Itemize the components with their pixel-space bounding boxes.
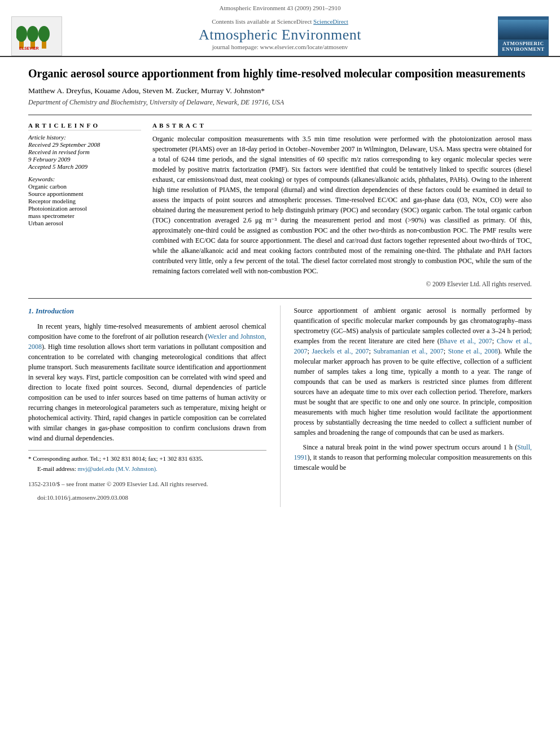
journal-homepage: journal homepage: www.elsevier.com/locat… (199, 43, 361, 54)
keyword-5: Urban aerosol (28, 220, 141, 226)
city-skyline-image (498, 20, 548, 40)
body-col-left: 1. Introduction In recent years, highly … (28, 305, 266, 507)
abstract-col: A B S T R A C T Organic molecular compos… (152, 122, 532, 289)
journal-header: Atmospheric Environment 43 (2009) 2901–2… (0, 0, 560, 57)
received-date: Received 29 September 2008 (28, 141, 141, 148)
ref-wexler-2008[interactable]: Wexler and Johnston, 2008 (28, 333, 266, 351)
elsevier-logo-block: ELSEVIER (11, 16, 62, 56)
keyword-2: Source apportionment (28, 190, 141, 197)
keyword-1: Organic carbon (28, 183, 141, 190)
article-info-col: A R T I C L E I N F O Article history: R… (28, 122, 141, 289)
journal-title-block: Contents lists available at ScienceDirec… (199, 18, 361, 54)
svg-text:ELSEVIER: ELSEVIER (19, 46, 39, 50)
footnote-section: * Corresponding author. Tel.; +1 302 831… (28, 450, 266, 474)
issn-line: 1352-2310/$ – see front matter © 2009 El… (28, 479, 266, 503)
abstract-header: A B S T R A C T (152, 122, 532, 130)
footnote-star: * Corresponding author. Tel.; +1 302 831… (28, 454, 266, 464)
intro-para-col2-2: Since a natural break point in the wind … (294, 442, 532, 473)
keyword-3: Receptor modeling (28, 198, 141, 204)
copyright-line: © 2009 Elsevier Ltd. All rights reserved… (152, 279, 532, 289)
footnote-email-link[interactable]: mvj@udel.edu (M.V. Johnston). (77, 465, 157, 472)
article-info-header: A R T I C L E I N F O (28, 122, 141, 130)
ref-bhave[interactable]: Bhave et al., 2007 (440, 337, 492, 345)
intro-section-title: 1. Introduction (28, 305, 266, 317)
body-col-right: Source apportionment of ambient organic … (294, 305, 532, 507)
ref-stone[interactable]: Stone et al., 2008 (448, 347, 498, 355)
svg-point-3 (27, 26, 38, 42)
intro-para-1: In recent years, highly time-resolved me… (28, 321, 266, 443)
accepted-date: Accepted 5 March 2009 (28, 163, 141, 170)
keyword-4b: mass spectrometer (28, 212, 141, 219)
keywords-section: Keywords: Organic carbon Source apportio… (28, 176, 141, 226)
sciencedirect-link[interactable]: ScienceDirect (313, 18, 348, 25)
body-divider (28, 298, 532, 299)
received-revised-label: Received in revised form (28, 148, 141, 155)
ref-subramanian[interactable]: Subramanian et al., 2007 (373, 347, 443, 355)
article-content: Organic aerosol source apportionment fro… (0, 57, 560, 518)
ae-logo-block: ATMOSPHERIC ENVIRONMENT (498, 16, 549, 56)
journal-title: Atmospheric Environment (199, 27, 361, 43)
revised-date: 9 February 2009 (28, 156, 141, 163)
journal-ref-line: Atmospheric Environment 43 (2009) 2901–2… (11, 5, 549, 11)
header-inner: ELSEVIER Contents lists available at Sci… (11, 14, 549, 56)
body-two-col: 1. Introduction In recent years, highly … (28, 305, 532, 507)
keywords-label: Keywords: (28, 176, 55, 182)
info-abstract-section: A R T I C L E I N F O Article history: R… (28, 115, 532, 289)
article-title: Organic aerosol source apportionment fro… (28, 66, 532, 81)
abstract-text: Organic molecular composition measuremen… (152, 134, 532, 289)
svg-point-5 (38, 26, 50, 42)
article-affiliation: Department of Chemistry and Biochemistry… (28, 98, 532, 107)
article-history: Article history: Received 29 September 2… (28, 134, 141, 170)
article-authors: Matthew A. Dreyfus, Kouame Adou, Steven … (28, 86, 532, 95)
col-divider (280, 305, 281, 507)
keyword-4: Photoionization aerosol (28, 205, 141, 212)
elsevier-tree-icon: ELSEVIER (16, 21, 57, 51)
ref-stull[interactable]: Stull, 1991 (294, 443, 532, 461)
svg-point-1 (16, 26, 27, 42)
sciencedirect-line: Contents lists available at ScienceDirec… (199, 18, 361, 25)
history-label: Article history: (28, 134, 66, 141)
page-wrapper: Atmospheric Environment 43 (2009) 2901–2… (0, 0, 560, 518)
footnote-email: E-mail address: mvj@udel.edu (M.V. Johns… (28, 464, 266, 474)
ref-jaeckels[interactable]: Jaeckels et al., 2007 (312, 347, 369, 355)
intro-para-col2-1: Source apportionment of ambient organic … (294, 305, 532, 438)
